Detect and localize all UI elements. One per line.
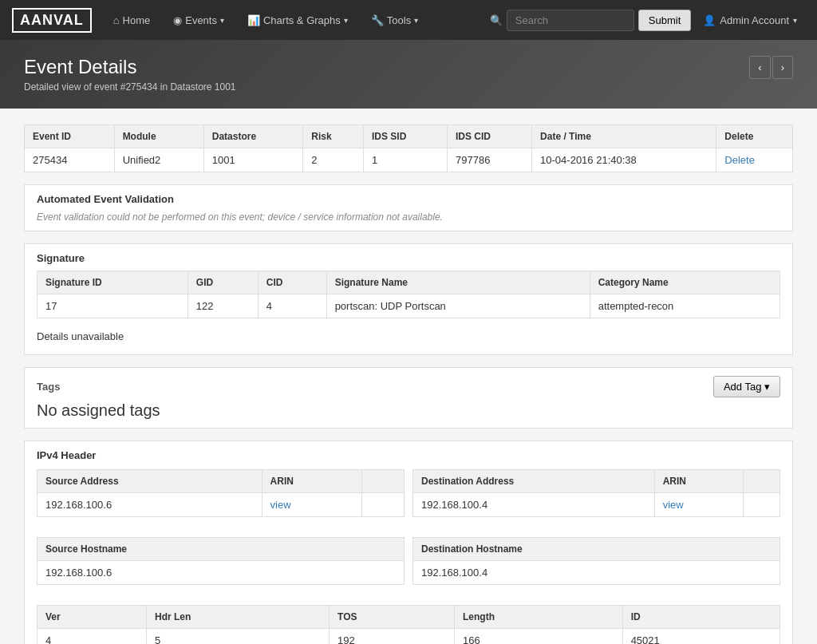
cell-cid: 4 <box>258 294 326 318</box>
cell-sig-name: portscan: UDP Portscan <box>326 294 590 318</box>
navbar: AANVAL ⌂ Home ◉ Events ▾ 📊 Charts & Grap… <box>0 0 817 40</box>
cell-module: Unified2 <box>114 148 203 172</box>
col-dst-hostname: Destination Hostname <box>413 538 780 561</box>
cell-cat-name: attempted-recon <box>590 294 780 318</box>
cell-ver: 4 <box>37 629 147 645</box>
col-src-hostname: Source Hostname <box>37 538 405 561</box>
charts-icon: 📊 <box>247 14 260 26</box>
source-hostname-box: Source Hostname 192.168.100.6 <box>37 537 405 597</box>
hostname-grid: Source Hostname 192.168.100.6 Destinatio… <box>37 537 780 597</box>
col-dst-extra <box>743 470 780 493</box>
prev-event-button[interactable]: ‹ <box>749 56 770 79</box>
cell-datastore: 1001 <box>203 148 303 172</box>
src-address-value: 192.168.100.6 <box>37 493 262 517</box>
source-address-box: Source Address ARIN 192.168.100.6 view <box>37 469 405 529</box>
col-id: ID <box>622 606 780 629</box>
signature-row: 17 122 4 portscan: UDP Portscan attempte… <box>37 294 780 318</box>
dst-address-value: 192.168.100.4 <box>413 493 655 517</box>
search-submit-button[interactable]: Submit <box>638 10 691 31</box>
page-header: Event Details Detailed view of event #27… <box>0 40 817 109</box>
source-address-table: Source Address ARIN 192.168.100.6 view <box>37 469 405 517</box>
dest-address-table: Destination Address ARIN 192.168.100.4 v… <box>412 469 780 517</box>
tools-icon: 🔧 <box>371 14 384 26</box>
ip-fields-table: Ver Hdr Len TOS Length ID 4 5 192 166 45… <box>37 605 780 644</box>
src-extra-value <box>362 493 405 517</box>
add-tag-button[interactable]: Add Tag ▾ <box>713 376 780 397</box>
col-ver: Ver <box>37 606 147 629</box>
cell-datetime: 10-04-2016 21:40:38 <box>532 148 716 172</box>
content-area: Event ID Module Datastore Risk IDS SID I… <box>0 109 817 644</box>
search-icon: 🔍 <box>490 14 503 26</box>
dst-arin-value[interactable]: view <box>654 493 743 517</box>
col-ids-cid: IDS CID <box>447 125 531 148</box>
dest-hostname-box: Destination Hostname 192.168.100.4 <box>412 537 780 597</box>
search-input[interactable] <box>507 10 634 31</box>
col-cat-name: Category Name <box>590 271 780 294</box>
dst-hostname-value: 192.168.100.4 <box>413 561 780 585</box>
col-src-addr: Source Address <box>37 470 262 493</box>
col-event-id: Event ID <box>25 125 115 148</box>
no-tags-label: No assigned tags <box>37 401 780 420</box>
dest-address-box: Destination Address ARIN 192.168.100.4 v… <box>412 469 780 529</box>
tools-dropdown-caret: ▾ <box>414 16 418 25</box>
col-gid: GID <box>187 271 258 294</box>
nav-tools[interactable]: 🔧 Tools ▾ <box>361 10 428 30</box>
col-sig-name: Signature Name <box>326 271 590 294</box>
col-dst-arin: ARIN <box>654 470 743 493</box>
automated-event-message: Event validation could not be performed … <box>37 211 780 223</box>
events-icon: ◉ <box>173 14 182 26</box>
col-length: Length <box>455 606 623 629</box>
col-module: Module <box>114 125 203 148</box>
admin-menu[interactable]: 👤 Admin Account ▾ <box>695 10 805 30</box>
col-datastore: Datastore <box>203 125 303 148</box>
col-risk: Risk <box>303 125 364 148</box>
pagination-arrows: ‹ › <box>749 56 793 79</box>
col-src-extra <box>362 470 405 493</box>
signature-section: Signature Signature ID GID CID Signature… <box>24 243 793 355</box>
charts-dropdown-caret: ▾ <box>344 16 348 25</box>
table-row: 275434 Unified2 1001 2 1 797786 10-04-20… <box>25 148 793 172</box>
col-src-arin: ARIN <box>262 470 362 493</box>
details-unavailable-label: Details unavailable <box>37 330 780 342</box>
cell-tos: 192 <box>330 629 455 645</box>
dst-extra-value <box>743 493 780 517</box>
tags-section: Tags Add Tag ▾ No assigned tags <box>24 367 793 429</box>
admin-dropdown-caret: ▾ <box>793 16 797 25</box>
event-details-table: Event ID Module Datastore Risk IDS SID I… <box>24 124 793 172</box>
cell-delete[interactable]: Delete <box>716 148 793 172</box>
cell-ids-cid: 797786 <box>447 148 531 172</box>
user-icon: 👤 <box>703 14 716 26</box>
cell-event-id: 275434 <box>25 148 115 172</box>
page-subtitle: Detailed view of event #275434 in Datast… <box>24 81 236 93</box>
cell-gid: 122 <box>187 294 258 318</box>
nav-events[interactable]: ◉ Events ▾ <box>164 10 234 30</box>
brand-logo[interactable]: AANVAL <box>12 8 92 33</box>
tags-title: Tags <box>37 381 60 393</box>
dest-hostname-table: Destination Hostname 192.168.100.4 <box>412 537 780 585</box>
src-hostname-value: 192.168.100.6 <box>37 561 405 585</box>
home-icon: ⌂ <box>113 14 120 26</box>
col-hdr-len: Hdr Len <box>147 606 330 629</box>
ipv4-title: IPv4 Header <box>37 449 780 461</box>
col-datetime: Date / Time <box>532 125 716 148</box>
source-hostname-table: Source Hostname 192.168.100.6 <box>37 537 405 585</box>
search-area: 🔍 Submit 👤 Admin Account ▾ <box>490 10 805 31</box>
cell-length: 166 <box>455 629 623 645</box>
automated-event-section: Automated Event Validation Event validat… <box>24 184 793 231</box>
col-ids-sid: IDS SID <box>363 125 447 148</box>
nav-charts[interactable]: 📊 Charts & Graphs ▾ <box>238 10 357 30</box>
address-grid: Source Address ARIN 192.168.100.6 view <box>37 469 780 529</box>
col-cid: CID <box>258 271 326 294</box>
next-event-button[interactable]: › <box>772 56 793 79</box>
tags-header: Tags Add Tag ▾ <box>37 376 780 397</box>
cell-id: 45021 <box>622 629 780 645</box>
cell-hdr-len: 5 <box>147 629 330 645</box>
col-tos: TOS <box>330 606 455 629</box>
col-delete: Delete <box>716 125 793 148</box>
signature-table: Signature ID GID CID Signature Name Cate… <box>37 271 780 318</box>
nav-home[interactable]: ⌂ Home <box>104 10 160 30</box>
page-title: Event Details <box>24 56 236 78</box>
src-arin-value[interactable]: view <box>262 493 362 517</box>
signature-title: Signature <box>37 252 780 264</box>
cell-ids-sid: 1 <box>363 148 447 172</box>
